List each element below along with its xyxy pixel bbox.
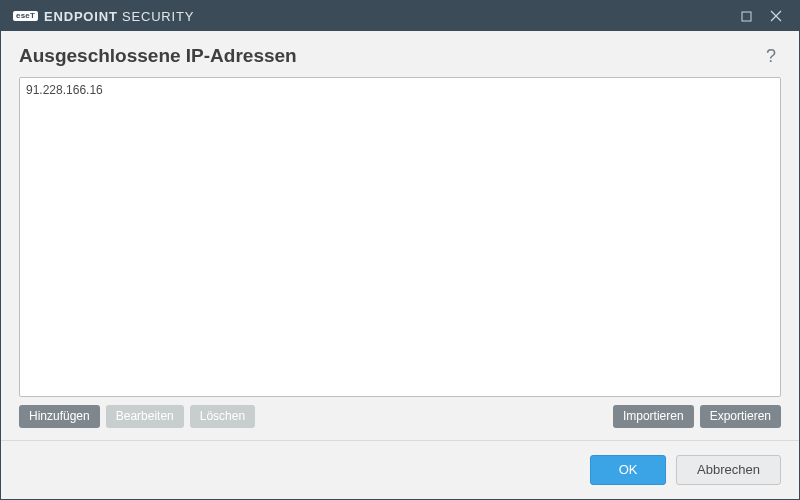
add-button[interactable]: Hinzufügen <box>19 405 100 429</box>
export-button[interactable]: Exportieren <box>700 405 781 429</box>
brand-bold: ENDPOINT <box>44 9 118 24</box>
maximize-button[interactable] <box>731 1 761 31</box>
brand-text: ENDPOINT SECURITY <box>44 9 194 24</box>
import-button[interactable]: Importieren <box>613 405 694 429</box>
list-toolbar: Hinzufügen Bearbeiten Löschen Importiere… <box>19 397 781 441</box>
help-button[interactable]: ? <box>761 46 781 67</box>
delete-button[interactable]: Löschen <box>190 405 255 429</box>
cancel-button[interactable]: Abbrechen <box>676 455 781 485</box>
ok-button[interactable]: OK <box>590 455 666 485</box>
dialog-footer: OK Abbrechen <box>1 440 799 499</box>
close-button[interactable] <box>761 1 791 31</box>
ip-listbox[interactable]: 91.228.166.16 <box>19 77 781 397</box>
svg-rect-0 <box>742 12 751 21</box>
header-row: Ausgeschlossene IP-Adressen ? <box>19 45 781 67</box>
maximize-icon <box>741 11 752 22</box>
brand-badge: eseT <box>13 11 38 21</box>
edit-button[interactable]: Bearbeiten <box>106 405 184 429</box>
content-area: Ausgeschlossene IP-Adressen ? 91.228.166… <box>1 31 799 440</box>
brand-rest: SECURITY <box>122 9 194 24</box>
list-item[interactable]: 91.228.166.16 <box>26 82 774 100</box>
titlebar: eseT ENDPOINT SECURITY <box>1 1 799 31</box>
close-icon <box>770 10 782 22</box>
page-title: Ausgeschlossene IP-Adressen <box>19 45 297 67</box>
app-window: eseT ENDPOINT SECURITY Ausgeschlossene I… <box>0 0 800 500</box>
